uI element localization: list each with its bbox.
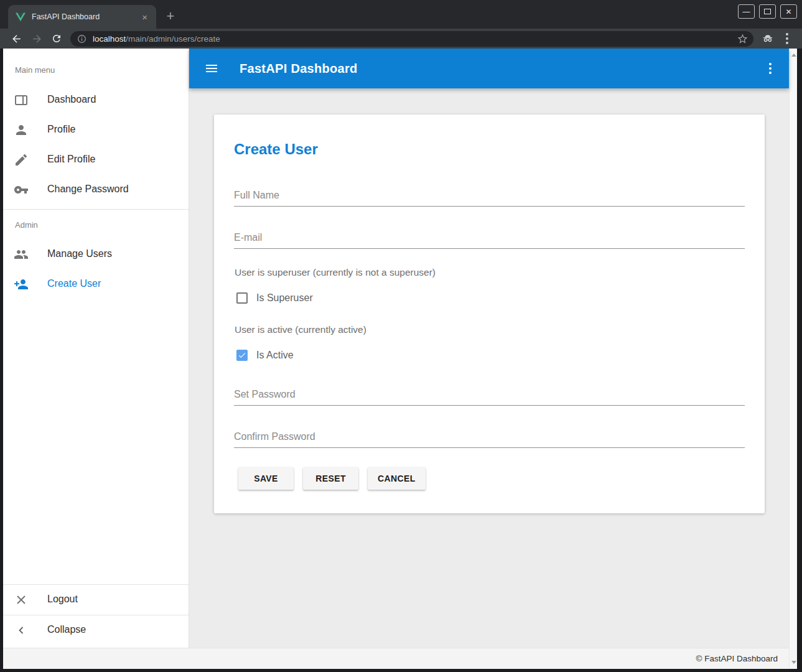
page-viewport: Main menu Dashboard Profile Edit Profile [3,49,797,669]
confirm-password-input[interactable] [234,426,745,448]
appbar-title: FastAPI Dashboard [240,62,358,76]
browser-tab[interactable]: FastAPI Dashboard × [8,5,156,29]
sidebar-divider [3,209,189,210]
email-input[interactable] [234,226,745,249]
back-button[interactable] [9,31,24,46]
check-icon [238,351,246,360]
reload-button[interactable] [49,31,64,46]
sidebar-item-dashboard[interactable]: Dashboard [3,85,189,115]
incognito-icon [761,32,775,45]
sidebar-section-main-menu: Main menu [15,65,55,75]
window-controls: — ✕ [738,4,797,19]
scroll-up-arrow[interactable] [791,54,796,57]
minimize-button[interactable]: — [738,4,755,19]
url-path: /main/admin/users/create [126,34,220,44]
scroll-down-arrow[interactable] [791,661,796,664]
save-button[interactable]: SAVE [238,467,294,490]
browser-toolbar: localhost/main/admin/users/create [0,29,802,49]
people-icon [14,247,29,262]
set-password-field [234,383,745,406]
hamburger-menu-icon[interactable] [204,61,219,76]
person-icon [14,123,29,138]
checkbox-label: Is Active [256,350,294,361]
toolbar-right [761,32,788,45]
reset-button[interactable]: RESET [303,467,358,490]
cancel-button[interactable]: CANCEL [368,467,426,490]
maximize-icon [764,9,771,14]
chevron-left-icon [14,623,29,638]
vue-favicon [16,12,26,22]
checkbox-box [236,292,248,304]
person-add-icon [14,277,29,292]
browser-window: FastAPI Dashboard × + — ✕ localhost/main… [0,0,802,672]
tab-close-icon[interactable]: × [139,11,150,23]
sidebar-item-logout[interactable]: Logout [3,585,189,615]
active-hint: User is active (currently active) [235,324,366,335]
app-bar: FastAPI Dashboard [189,49,789,88]
close-x-icon [14,592,29,607]
full-name-field [234,184,745,207]
is-active-checkbox[interactable]: Is Active [236,349,294,362]
checkbox-label: Is Superuser [256,292,313,304]
browser-menu-kebab-icon[interactable] [786,33,788,44]
superuser-hint: User is superuser (currently is not a su… [235,267,436,278]
sidebar-item-collapse[interactable]: Collapse [3,615,189,645]
copyright-text: © FastAPI Dashboard [696,654,778,663]
sidebar-section-admin: Admin [15,220,38,230]
forward-button[interactable] [29,31,44,46]
sidebar-item-manage-users[interactable]: Manage Users [3,240,189,269]
sidebar-item-change-password[interactable]: Change Password [3,175,189,205]
page-scrollbar[interactable] [789,49,797,669]
appbar-kebab-icon[interactable] [765,59,775,78]
page-info-icon[interactable] [77,34,87,44]
page-footer: © FastAPI Dashboard [3,648,789,669]
tab-strip: FastAPI Dashboard × + — ✕ [0,0,802,29]
tab-title: FastAPI Dashboard [32,12,139,21]
close-window-button[interactable]: ✕ [780,4,797,19]
full-name-input[interactable] [234,184,745,207]
bookmark-star-icon[interactable] [737,33,748,45]
new-tab-button[interactable]: + [162,7,179,25]
sidebar-item-profile[interactable]: Profile [3,115,189,145]
sidebar-item-edit-profile[interactable]: Edit Profile [3,145,189,175]
confirm-password-field [234,426,745,448]
set-password-input[interactable] [234,383,745,406]
checkbox-box [236,350,248,361]
url-host: localhost [93,34,126,44]
create-user-card: Create User User is superuser (currently… [214,114,765,513]
maximize-button[interactable] [759,4,776,19]
address-bar[interactable]: localhost/main/admin/users/create [70,31,753,47]
sidebar-item-create-user[interactable]: Create User [3,269,189,299]
email-field [234,226,745,249]
key-icon [14,182,29,197]
form-buttons: SAVE RESET CANCEL [238,467,426,490]
dashboard-icon [14,93,29,108]
sidebar: Main menu Dashboard Profile Edit Profile [3,49,189,648]
page-title: Create User [234,141,318,158]
pencil-icon [14,152,29,167]
url-text: localhost/main/admin/users/create [93,34,737,44]
is-superuser-checkbox[interactable]: Is Superuser [236,292,313,304]
